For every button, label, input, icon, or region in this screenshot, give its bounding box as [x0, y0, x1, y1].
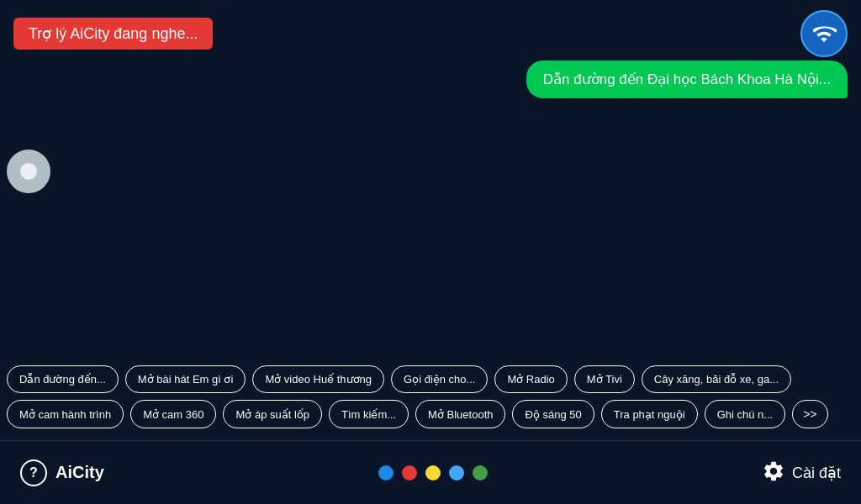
bottom-bar: ? AiCity Cài đặt: [0, 440, 861, 504]
quick-command-button[interactable]: Ghi chú n...: [705, 400, 785, 428]
quick-command-button[interactable]: Tra phạt nguội: [601, 400, 698, 428]
quick-command-button[interactable]: Mở Radio: [494, 365, 567, 393]
voice-assistant-button[interactable]: [800, 10, 848, 57]
dot-2: [425, 465, 441, 480]
top-bar: Trợ lý AiCity đang nghe...: [0, 0, 861, 67]
quick-command-button[interactable]: Mở bài hát Em gì ơi: [125, 365, 246, 393]
settings-section[interactable]: Cài đặt: [762, 459, 841, 486]
quick-command-button[interactable]: Mở cam 360: [130, 400, 216, 428]
more-commands-button[interactable]: >>: [792, 400, 827, 428]
quick-command-button[interactable]: Mở Tivi: [574, 365, 635, 393]
quick-command-button[interactable]: Mở cam hành trình: [7, 400, 124, 428]
quick-command-button[interactable]: Cây xăng, bãi đỗ xe, ga...: [642, 365, 791, 393]
listening-badge: Trợ lý AiCity đang nghe...: [13, 18, 213, 50]
settings-gear-icon: [762, 459, 785, 486]
dot-1: [402, 465, 417, 480]
help-button[interactable]: ?: [20, 459, 47, 486]
quick-command-button[interactable]: Mở video Huế thương: [252, 365, 384, 393]
dots-section: [378, 465, 488, 480]
brand-section: ? AiCity: [20, 459, 104, 486]
quick-command-button[interactable]: Tìm kiếm...: [329, 400, 409, 428]
brand-name: AiCity: [55, 463, 104, 482]
quick-command-button[interactable]: Gọi điện cho...: [391, 365, 488, 393]
quick-commands-row: Dẫn đường đến...Mở bài hát Em gì ơiMở vi…: [0, 365, 861, 428]
quick-command-button[interactable]: Dẫn đường đến...: [7, 365, 119, 393]
mic-orb-button[interactable]: [7, 150, 50, 193]
dot-3: [449, 465, 464, 480]
settings-label: Cài đặt: [792, 464, 841, 482]
wifi-icon: [811, 21, 837, 46]
dot-0: [378, 465, 394, 480]
quick-command-button[interactable]: Độ sáng 50: [512, 400, 594, 428]
quick-command-button[interactable]: Mở Bluetooth: [415, 400, 505, 428]
chat-message: Dẫn đường đến Đại học Bách Khoa Hà Nội..…: [526, 60, 848, 98]
dot-4: [473, 465, 488, 480]
quick-command-button[interactable]: Mở áp suất lốp: [223, 400, 322, 428]
